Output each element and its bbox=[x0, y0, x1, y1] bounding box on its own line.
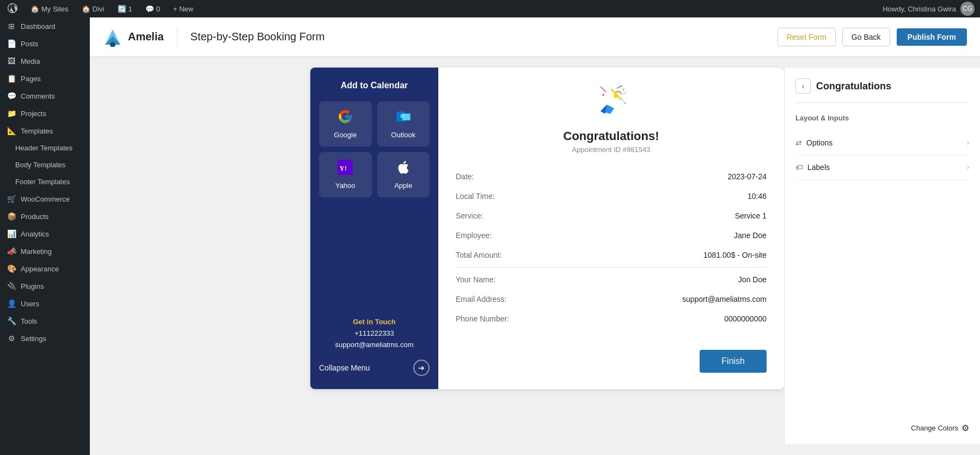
service-value: Service 1 bbox=[611, 206, 767, 226]
congratulations-title: Congratulations! bbox=[564, 129, 659, 143]
wp-logo[interactable] bbox=[5, 0, 20, 17]
collapse-menu-bar[interactable]: Collapse Menu ➔ bbox=[319, 360, 430, 376]
table-row: Phone Number: 0000000000 bbox=[456, 309, 767, 329]
my-sites-label: My Sites bbox=[41, 5, 69, 13]
sidebar-item-templates[interactable]: 📐 Templates bbox=[0, 122, 90, 139]
svg-line-12 bbox=[622, 92, 627, 95]
options-text: Options bbox=[806, 138, 832, 147]
finish-button[interactable]: Finish bbox=[700, 350, 767, 373]
sidebar-item-settings[interactable]: ⚙ Settings bbox=[0, 330, 90, 347]
sidebar-item-body-templates[interactable]: Body Templates bbox=[0, 156, 90, 173]
sidebar-item-woocommerce[interactable]: 🛒 WooCommerce bbox=[0, 190, 90, 208]
products-icon: 📦 bbox=[7, 212, 16, 221]
yahoo-calendar-button[interactable]: Y! Yahoo bbox=[319, 152, 372, 197]
labels-row[interactable]: 🏷 Labels › bbox=[795, 155, 969, 180]
svg-line-11 bbox=[617, 86, 622, 88]
table-row: Service: Service 1 bbox=[456, 206, 767, 226]
change-colors-button[interactable]: Change Colors ⚙ bbox=[911, 423, 969, 433]
analytics-icon: 📊 bbox=[7, 229, 16, 238]
sidebar-label-header-templates: Header Templates bbox=[15, 144, 72, 152]
comments-menu[interactable]: 💬 0 bbox=[143, 0, 162, 17]
updates-count: 1 bbox=[128, 5, 132, 13]
finish-button-wrap: Finish bbox=[456, 339, 767, 373]
sidebar-label-comments: Comments bbox=[21, 92, 55, 100]
sidebar-item-header-templates[interactable]: Header Templates bbox=[0, 139, 90, 156]
users-icon: 👤 bbox=[7, 299, 16, 308]
sidebar-item-posts[interactable]: 📄 Posts bbox=[0, 35, 90, 52]
labels-icon: 🏷 bbox=[795, 163, 803, 172]
sidebar-item-products[interactable]: 📦 Products bbox=[0, 208, 90, 225]
sidebar-label-analytics: Analytics bbox=[21, 230, 49, 238]
svg-line-10 bbox=[601, 87, 606, 92]
admin-bar: 🏠 My Sites 🏠 Divi 🔄 1 💬 0 + New Howdy, C… bbox=[0, 0, 980, 17]
options-icon: ⇄ bbox=[795, 138, 802, 147]
sidebar-item-analytics[interactable]: 📊 Analytics bbox=[0, 225, 90, 242]
local-time-label: Local Time: bbox=[456, 186, 611, 206]
sidebar-item-tools[interactable]: 🔧 Tools bbox=[0, 312, 90, 330]
sidebar-item-pages[interactable]: 📋 Pages bbox=[0, 70, 90, 87]
divi-menu[interactable]: 🏠 Divi bbox=[79, 0, 107, 17]
calendar-buttons: Google O Outlook Y! bbox=[319, 101, 430, 197]
phone-label: Phone Number: bbox=[456, 309, 611, 329]
collapse-menu-label: Collapse Menu bbox=[319, 363, 370, 372]
apple-calendar-button[interactable]: Apple bbox=[377, 152, 430, 197]
new-label: + New bbox=[173, 5, 193, 13]
sidebar-label-marketing: Marketing bbox=[21, 247, 52, 256]
table-row: Local Time: 10:46 bbox=[456, 186, 767, 206]
back-arrow-icon: ‹ bbox=[802, 82, 805, 90]
publish-form-button[interactable]: Publish Form bbox=[897, 28, 967, 46]
contact-email: support@ameliatms.com bbox=[335, 339, 414, 351]
go-back-button[interactable]: Go Back bbox=[842, 28, 890, 46]
table-row: Email Address: support@ameliatms.com bbox=[456, 289, 767, 309]
new-menu[interactable]: + New bbox=[171, 0, 195, 17]
sidebar-label-media: Media bbox=[21, 57, 40, 65]
right-panel-header: ‹ Congratulations bbox=[795, 78, 969, 103]
user-avatar[interactable]: CG bbox=[960, 2, 975, 16]
reset-form-button[interactable]: Reset Form bbox=[777, 28, 836, 46]
header-bar: Amelia Step-by-Step Booking Form Reset F… bbox=[90, 17, 980, 57]
labels-chevron-icon: › bbox=[967, 163, 969, 171]
contact-info: +111222333 support@ameliatms.com bbox=[335, 328, 414, 351]
sidebar-item-users[interactable]: 👤 Users bbox=[0, 295, 90, 312]
outlook-label: Outlook bbox=[391, 131, 415, 139]
contact-phone: +111222333 bbox=[335, 328, 414, 339]
sidebar-item-plugins[interactable]: 🔌 Plugins bbox=[0, 277, 90, 295]
sidebar-item-appearance[interactable]: 🎨 Appearance bbox=[0, 260, 90, 277]
outlook-calendar-button[interactable]: O Outlook bbox=[377, 101, 430, 147]
updates-menu[interactable]: 🔄 1 bbox=[115, 0, 134, 17]
google-calendar-button[interactable]: Google bbox=[319, 101, 372, 147]
header-actions: Reset Form Go Back Publish Form bbox=[777, 28, 967, 46]
sidebar-item-dashboard[interactable]: ⊞ Dashboard bbox=[0, 17, 90, 35]
sidebar-label-pages: Pages bbox=[21, 75, 41, 83]
table-row: Total Amount: 1081.00$ - On-site bbox=[456, 245, 767, 265]
sidebar-label-projects: Projects bbox=[21, 110, 46, 118]
sidebar-label-settings: Settings bbox=[21, 335, 46, 343]
divi-label: Divi bbox=[93, 5, 105, 13]
email-value: support@ameliatms.com bbox=[611, 289, 767, 309]
table-row: Employee: Jane Doe bbox=[456, 226, 767, 245]
sidebar-label-appearance: Appearance bbox=[21, 265, 59, 273]
contact-details-table: Your Name: Jon Doe Email Address: suppor… bbox=[456, 270, 767, 329]
table-row: Your Name: Jon Doe bbox=[456, 270, 767, 289]
options-row[interactable]: ⇄ Options › bbox=[795, 131, 969, 155]
email-label: Email Address: bbox=[456, 289, 611, 309]
woocommerce-icon: 🛒 bbox=[7, 195, 16, 203]
your-name-label: Your Name: bbox=[456, 270, 611, 289]
sidebar-item-media[interactable]: 🖼 Media bbox=[0, 52, 90, 70]
sidebar-label-tools: Tools bbox=[21, 317, 37, 325]
collapse-menu-button[interactable]: ➔ bbox=[413, 360, 430, 376]
comments-icon: 💬 bbox=[7, 92, 16, 100]
sidebar-label-footer-templates: Footer Templates bbox=[15, 178, 70, 186]
sidebar-item-footer-templates[interactable]: Footer Templates bbox=[0, 173, 90, 190]
back-chevron-button[interactable]: ‹ bbox=[795, 78, 811, 94]
sidebar: ⊞ Dashboard 📄 Posts 🖼 Media 📋 Pages 💬 Co… bbox=[0, 17, 90, 455]
my-sites-menu[interactable]: 🏠 My Sites bbox=[28, 0, 71, 17]
sidebar-item-projects[interactable]: 📁 Projects bbox=[0, 105, 90, 122]
sidebar-item-comments[interactable]: 💬 Comments bbox=[0, 87, 90, 105]
yahoo-icon: Y! bbox=[338, 160, 353, 178]
comments-icon: 💬 bbox=[145, 5, 154, 13]
google-label: Google bbox=[334, 131, 357, 139]
main-content: Amelia Step-by-Step Booking Form Reset F… bbox=[90, 17, 980, 455]
sidebar-item-marketing[interactable]: 📣 Marketing bbox=[0, 242, 90, 260]
svg-point-16 bbox=[602, 94, 604, 96]
